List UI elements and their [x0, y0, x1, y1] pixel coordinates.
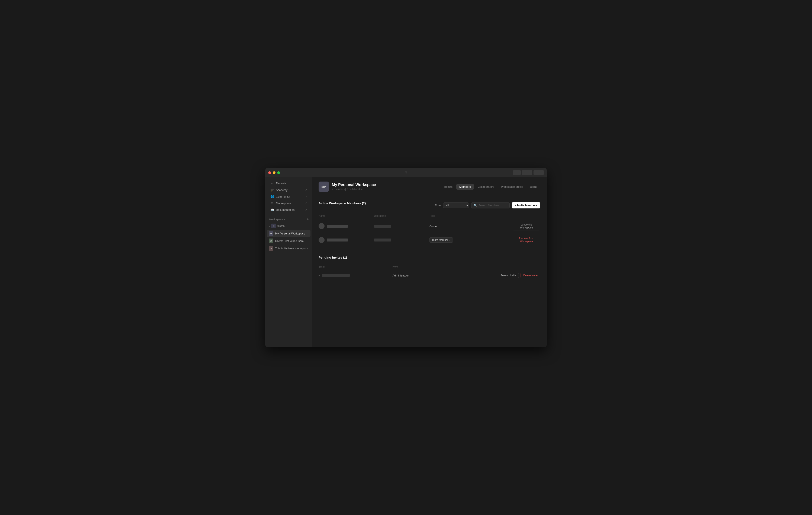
sidebar-label-community: Community [276, 195, 290, 198]
external-link-icon-marketplace: ↗ [305, 202, 307, 205]
table-row: Owner Leave this Workspace [319, 219, 540, 233]
plus-icon: + [319, 274, 320, 277]
member-2-username-cell [374, 239, 430, 242]
sidebar-item-client-first[interactable]: CF Client: First Wired Bank [267, 237, 311, 244]
role-filter-label: Role: [435, 204, 441, 207]
sidebar-item-recents[interactable]: ⌂ Recents [267, 180, 311, 186]
member-2-avatar [319, 237, 324, 243]
member-1-name-blurred [327, 225, 348, 227]
workspace-avatar-mp: MP [269, 231, 273, 236]
workspace-info: My Personal Workspace 2 members | 0 coll… [332, 183, 376, 191]
member-2-name-blurred [327, 239, 348, 242]
titlebar-btn-2[interactable] [522, 170, 532, 175]
sidebar-item-new-workspace[interactable]: TI This is My New Workspace [267, 245, 311, 252]
workspace-label-my-personal: My Personal Workspace [275, 232, 305, 235]
pending-col-role: Role [393, 265, 467, 268]
pending-section-title: Pending Invites (1) [319, 255, 540, 259]
member-2-username-blurred [374, 239, 391, 242]
members-table: Name Username Role [319, 213, 540, 247]
member-1-role-cell: Owner [430, 225, 513, 228]
main-content: MP My Personal Workspace 2 members | 0 c… [312, 177, 547, 347]
members-section-title: Active Workspace Members (2) [319, 201, 366, 205]
tab-members[interactable]: Members [456, 184, 474, 190]
pending-email-cell: + [319, 274, 393, 277]
workspaces-header: Workspaces + [267, 216, 311, 222]
maximize-button[interactable] [277, 171, 280, 174]
app-icon: ⊞ [405, 171, 407, 174]
workspace-label-new-workspace: This is My New Workspace [275, 247, 309, 250]
clutch-label: Clutch [277, 224, 285, 227]
pending-role: Administrator [393, 274, 467, 277]
member-1-avatar [319, 223, 324, 229]
minimize-button[interactable] [273, 171, 276, 174]
pending-header: Email Role [319, 264, 540, 270]
invite-members-button[interactable]: + Invite Members [512, 202, 540, 209]
titlebar-btn-3[interactable] [533, 170, 544, 175]
workspace-big-avatar: MP [319, 182, 329, 192]
col-action [513, 214, 540, 217]
clutch-logo: ⊞ [271, 223, 276, 228]
external-link-icon-community: ↗ [305, 195, 307, 198]
sidebar-item-academy[interactable]: 🎓 Academy ↗ [267, 187, 311, 193]
workspace-subtitle: 2 members | 0 collaborators [332, 188, 376, 191]
external-link-icon-docs: ↗ [305, 209, 307, 211]
sidebar-label-academy: Academy [276, 188, 287, 192]
titlebar-btn-1[interactable] [513, 170, 521, 175]
table-header: Name Username Role [319, 213, 540, 219]
col-name: Name [319, 214, 374, 217]
members-toolbar: Active Workspace Members (2) Role: all O… [319, 201, 540, 209]
team-member-badge[interactable]: Team Member ⌄ [430, 238, 453, 243]
pending-row: + Administrator Resend Invite Delete Inv… [319, 270, 540, 281]
search-input[interactable] [478, 204, 507, 207]
app-body: ⌂ Recents 🎓 Academy ↗ 🌐 Community ↗ [265, 177, 547, 347]
tab-collaborators[interactable]: Collaborators [475, 184, 497, 190]
sidebar-item-clutch[interactable]: ▶ ⊞ Clutch [267, 222, 311, 229]
external-link-icon: ↗ [305, 189, 307, 191]
member-2-action-cell: Remove from Workspace [513, 236, 540, 244]
col-role: Role [430, 214, 513, 217]
sidebar-item-community[interactable]: 🌐 Community ↗ [267, 193, 311, 200]
col-username: Username [374, 214, 430, 217]
member-1-username-blurred [374, 225, 391, 227]
leave-workspace-button[interactable]: Leave this Workspace [513, 222, 540, 231]
close-button[interactable] [268, 171, 271, 174]
tab-workspace-profile[interactable]: Workspace profile [498, 184, 526, 190]
community-icon: 🌐 [270, 195, 274, 198]
workspace-header: MP My Personal Workspace 2 members | 0 c… [312, 177, 547, 196]
workspace-label-client-first: Client: First Wired Bank [275, 239, 304, 243]
sidebar: ⌂ Recents 🎓 Academy ↗ 🌐 Community ↗ [265, 177, 312, 347]
traffic-lights [268, 171, 280, 174]
workspace-avatar-cf: CF [269, 239, 273, 243]
workspaces-section: Workspaces + ▶ ⊞ Clutch MP My Personal W… [265, 216, 312, 252]
workspace-title: My Personal Workspace [332, 183, 376, 187]
member-1-action-cell: Leave this Workspace [513, 222, 540, 231]
tab-projects[interactable]: Projects [439, 184, 456, 190]
workspaces-label: Workspaces [269, 218, 285, 221]
search-box: 🔍 [471, 202, 510, 209]
workspace-tabs: Projects Members Collaborators Workspace… [439, 184, 540, 190]
app-window: ⊞ ⌂ Recents 🎓 Academy ↗ [265, 168, 547, 347]
role-select[interactable]: all Owner Team Member Administrator [443, 202, 469, 208]
table-row: Team Member ⌄ Remove from Workspace [319, 233, 540, 247]
content-area: Active Workspace Members (2) Role: all O… [312, 196, 547, 286]
sidebar-item-my-personal[interactable]: MP My Personal Workspace [267, 230, 311, 237]
titlebar: ⊞ [265, 168, 547, 177]
delete-invite-button[interactable]: Delete Invite [521, 273, 540, 278]
remove-from-workspace-button[interactable]: Remove from Workspace [513, 236, 540, 244]
sidebar-item-marketplace[interactable]: ⊞ Marketplace ↗ [267, 200, 311, 206]
member-1-role: Owner [430, 225, 438, 228]
resend-invite-button[interactable]: Resend Invite [498, 273, 519, 278]
docs-icon: 📖 [270, 208, 274, 211]
tab-billing[interactable]: Billing [527, 184, 540, 190]
email-blurred [322, 274, 350, 277]
pending-col-email: Email [319, 265, 393, 268]
home-icon: ⌂ [270, 182, 274, 185]
workspace-avatar-ti: TI [269, 246, 273, 251]
role-filter: Role: all Owner Team Member Administrato… [435, 202, 469, 208]
member-1-name-cell [319, 223, 374, 229]
sidebar-label-documentation: Documentation [276, 208, 294, 211]
add-workspace-button[interactable]: + [307, 218, 309, 221]
toolbar-right: Role: all Owner Team Member Administrato… [435, 202, 540, 209]
sidebar-item-documentation[interactable]: 📖 Documentation ↗ [267, 207, 311, 213]
marketplace-icon: ⊞ [270, 201, 274, 205]
